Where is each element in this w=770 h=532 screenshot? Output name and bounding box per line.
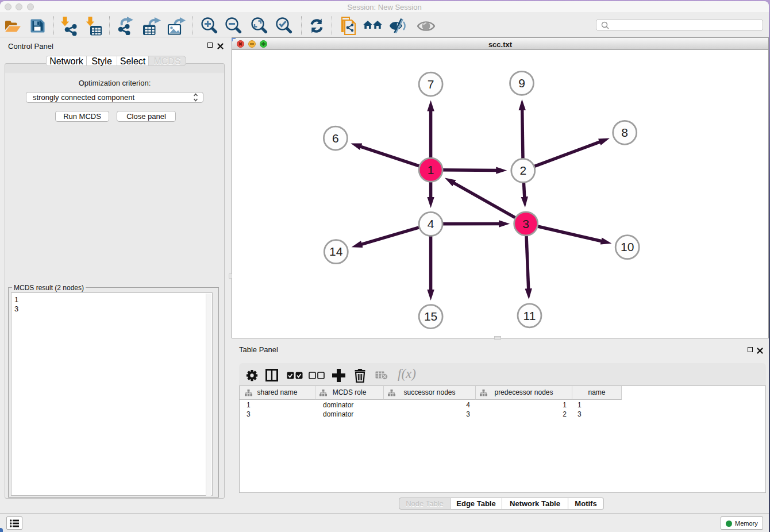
svg-text:15: 15: [424, 310, 437, 323]
svg-text:10: 10: [621, 240, 634, 253]
svg-text:8: 8: [621, 126, 628, 139]
svg-text:1: 1: [428, 163, 434, 176]
svg-text:2: 2: [519, 164, 526, 177]
svg-text:3: 3: [522, 217, 529, 230]
svg-text:6: 6: [332, 132, 339, 145]
svg-text:14: 14: [329, 245, 343, 258]
svg-text:7: 7: [428, 78, 434, 91]
svg-text:9: 9: [518, 76, 525, 90]
svg-text:4: 4: [428, 217, 434, 230]
svg-text:11: 11: [523, 309, 536, 322]
